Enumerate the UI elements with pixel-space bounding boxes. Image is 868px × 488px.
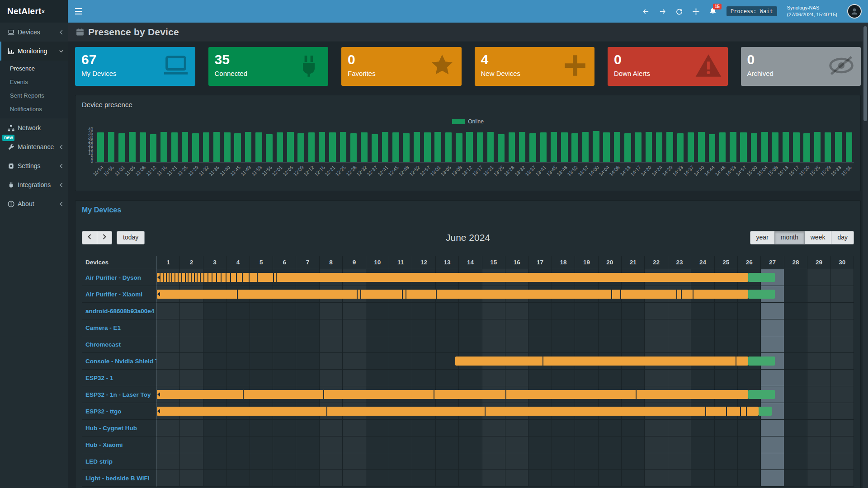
stat-card-new-devices[interactable]: 4New Devices	[475, 47, 595, 86]
day-cell	[715, 336, 738, 353]
sidebar-subitem-presence[interactable]: Presence	[0, 61, 68, 75]
view-day-button[interactable]: day	[831, 231, 854, 244]
presence-gap-tick	[746, 407, 747, 416]
day-cell	[691, 470, 714, 487]
app-logo[interactable]: NetAlertx	[0, 0, 68, 23]
page-scrollbar[interactable]	[863, 23, 868, 488]
device-name-link[interactable]: Console - Nvidia Shield TV	[82, 353, 157, 370]
x-tick-label: 15:33	[830, 164, 842, 177]
forward-icon[interactable]	[659, 8, 666, 15]
presence-bar-online-now[interactable]	[759, 407, 771, 416]
page-title-bar: Presence by Device	[68, 23, 868, 42]
view-month-button[interactable]: month	[775, 231, 805, 244]
device-timeline-track	[157, 286, 854, 303]
scrollbar-thumb[interactable]	[863, 26, 867, 121]
day-cell	[436, 370, 459, 386]
day-cell	[807, 370, 830, 386]
x-tick-label: 13:52	[566, 164, 579, 177]
day-cell	[505, 436, 528, 453]
timeline-header-row: Devices123456789101112131415161718192021…	[82, 256, 854, 269]
day-cell	[505, 370, 528, 386]
laptop-icon	[163, 54, 189, 79]
stats-row: 67My Devices35Connected0Favorites4New De…	[68, 42, 868, 86]
device-name-link[interactable]: ESP32 - 1	[82, 370, 157, 386]
chart-bar	[372, 134, 378, 162]
device-name-link[interactable]: Hub - Cygnet Hub	[82, 420, 157, 436]
move-icon[interactable]	[693, 8, 699, 15]
day-header-23: 23	[668, 256, 691, 269]
presence-bar[interactable]	[455, 357, 748, 366]
sidebar-item-devices[interactable]: Devices	[0, 23, 68, 42]
day-cell	[691, 336, 714, 353]
presence-bar-online-now[interactable]	[748, 390, 775, 399]
prev-month-button[interactable]	[82, 231, 97, 244]
day-cell	[459, 319, 482, 336]
x-tick-label: 15:00	[745, 164, 758, 177]
device-name-link[interactable]: LED strip	[82, 453, 157, 470]
sidebar-subitem-notifications[interactable]: Notifications	[0, 102, 68, 116]
sidebar-item-monitoring[interactable]: Monitoring	[0, 42, 68, 61]
device-name-link[interactable]: Air Purifier - Xiaomi	[82, 286, 157, 303]
refresh-icon[interactable]	[676, 8, 683, 15]
x-tick-label: 11:25	[176, 164, 189, 177]
stat-card-archived[interactable]: 0Archived	[741, 47, 861, 86]
presence-bar[interactable]	[157, 407, 759, 416]
presence-bar[interactable]	[157, 273, 748, 282]
sidebar-item-about[interactable]: About	[0, 194, 68, 213]
sidebar-item-integrations[interactable]: Integrations	[0, 175, 68, 194]
stat-card-favorites[interactable]: 0Favorites	[341, 47, 462, 86]
chart-bar-slot: 12:05	[285, 128, 296, 162]
notifications-button[interactable]: 15	[709, 8, 717, 15]
presence-gap-tick	[620, 290, 621, 299]
next-month-button[interactable]	[97, 231, 112, 244]
stat-card-down-alerts[interactable]: 0Down Alerts	[608, 47, 728, 86]
presence-bar[interactable]	[157, 390, 748, 399]
day-cell	[459, 470, 482, 487]
chart-bar-slot: 15:08	[770, 128, 780, 162]
day-cell	[807, 336, 830, 353]
device-name-link[interactable]: Hub - Xiaomi	[82, 436, 157, 453]
view-week-button[interactable]: week	[805, 231, 832, 244]
sidebar-subitem-events[interactable]: Events	[0, 75, 68, 89]
day-cell	[180, 303, 203, 319]
presence-bar[interactable]	[157, 290, 748, 299]
device-name-link[interactable]: ESP32 - 1n - Laser Toy	[82, 386, 157, 403]
today-button[interactable]: today	[117, 231, 145, 244]
day-cell	[482, 470, 505, 487]
integrations-icon	[8, 182, 18, 188]
x-tick-label: 12:05	[282, 164, 294, 177]
x-tick-label: 11:56	[261, 164, 273, 177]
day-cell	[343, 436, 366, 453]
presence-bar-online-now[interactable]	[748, 290, 775, 299]
day-cell	[505, 303, 528, 319]
presence-gap-tick	[212, 273, 212, 282]
presence-bar-online-now[interactable]	[748, 357, 775, 366]
sidebar-toggle-button[interactable]	[68, 0, 90, 23]
day-cell	[528, 470, 552, 487]
stat-card-my-devices[interactable]: 67My Devices	[75, 47, 195, 86]
device-name-link[interactable]: Air Purifier - Dyson	[82, 269, 157, 286]
sidebar-item-maintenance[interactable]: Maintenancenew	[0, 137, 68, 156]
legend-label: Online	[468, 118, 484, 125]
chevron-right-icon	[103, 234, 106, 239]
x-tick-label: 12:57	[419, 164, 431, 177]
presence-bar-online-now[interactable]	[748, 273, 775, 282]
chart-bar-slot: 14:17	[633, 128, 643, 162]
device-name-link[interactable]: Camera - E1	[82, 319, 157, 336]
device-name: Synology-NAS	[787, 5, 837, 11]
x-tick-label: 12:25	[334, 164, 347, 177]
avatar[interactable]	[847, 4, 862, 19]
back-icon[interactable]	[642, 8, 649, 15]
day-cell	[807, 470, 830, 487]
chart-bar-slot: 13:12	[464, 128, 475, 162]
sidebar-item-settings[interactable]: Settings	[0, 156, 68, 175]
device-name-link[interactable]: ESP32 - ttgo	[82, 403, 157, 420]
stat-card-connected[interactable]: 35Connected	[208, 47, 329, 86]
view-year-button[interactable]: year	[750, 231, 775, 244]
device-name-link[interactable]: Light - bedside B WiFi	[82, 470, 157, 487]
day-cell	[226, 453, 250, 470]
device-name-link[interactable]: android-68608b93a00e4	[82, 303, 157, 319]
sidebar-subitem-sent-reports[interactable]: Sent Reports	[0, 89, 68, 102]
device-name-link[interactable]: Chromecast	[82, 336, 157, 353]
day-cell	[715, 453, 738, 470]
